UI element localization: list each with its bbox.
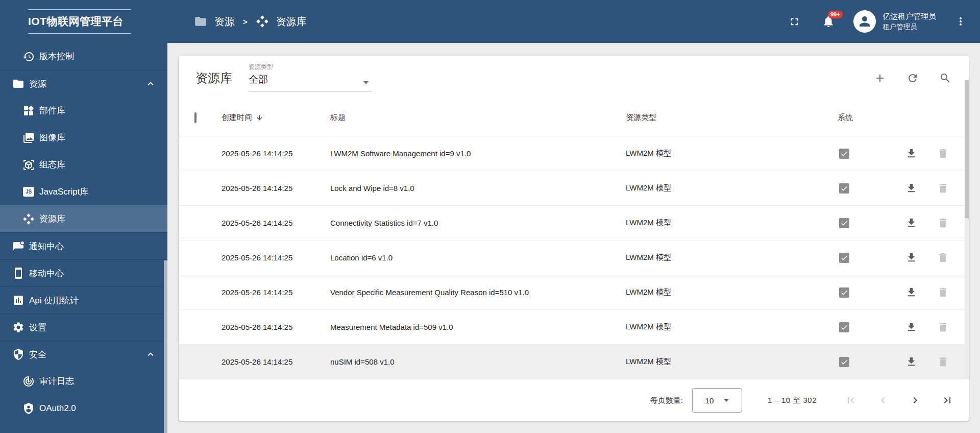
cell-created: 2025-05-26 14:14:25 [222, 149, 330, 158]
screen: IOT物联网管理平台 资源 > 资源库 99+ [0, 0, 980, 433]
sidebar: 版本控制 资源 部件库 图像库 组态库 JS JavaScript库 资源库 通… [0, 43, 167, 433]
per-page-select[interactable]: 10 [692, 388, 742, 413]
sidebar-item-version-control[interactable]: 版本控制 [0, 43, 167, 70]
next-page-button[interactable] [909, 394, 921, 406]
sidebar-item-notification-center[interactable]: 通知中心 [0, 232, 167, 259]
sidebar-item-label: 资源库 [39, 213, 65, 225]
last-page-button[interactable] [941, 394, 953, 406]
cube-icon [22, 159, 35, 171]
sidebar-item-label: 组态库 [39, 159, 65, 171]
sidebar-item-label: 图像库 [39, 132, 65, 143]
shield-person-icon [22, 402, 35, 415]
fullscreen-icon[interactable] [789, 16, 800, 28]
sort-desc-icon [256, 114, 263, 122]
table-row[interactable]: 2025-05-26 14:14:25 nuSIM id=508 v1.0 LW… [179, 345, 969, 379]
photo-library-icon [22, 132, 35, 144]
avatar[interactable] [853, 10, 876, 33]
table-row[interactable]: 2025-05-26 14:14:25 Lock and Wipe id=8 v… [179, 171, 969, 206]
table-scrollbar-thumb[interactable] [965, 80, 969, 218]
sidebar-item-label: 安全 [29, 349, 46, 360]
notification-badge: 99+ [828, 11, 843, 18]
download-button[interactable] [905, 356, 917, 368]
kebab-menu-icon[interactable] [954, 15, 967, 28]
chevron-up-icon [145, 78, 156, 89]
table-scrollbar-track[interactable] [965, 80, 969, 379]
main-content: 资源库 资源类型 全部 [167, 43, 980, 433]
sidebar-item-mobile-center[interactable]: 移动中心 [0, 259, 167, 286]
chevron-up-icon [145, 349, 156, 360]
download-button[interactable] [905, 286, 917, 298]
chevron-down-icon [363, 81, 369, 84]
delete-button[interactable] [937, 286, 949, 298]
track-changes-icon [22, 375, 35, 388]
sidebar-item-javascript-library[interactable]: JS JavaScript库 [0, 178, 167, 205]
system-checkbox [839, 183, 849, 194]
delete-button[interactable] [937, 217, 949, 229]
gear-icon [12, 321, 24, 333]
pagination-bar: 每页数量: 10 1 – 10 至 302 [179, 380, 969, 421]
table-row[interactable]: 2025-05-26 14:14:25 Vendor Specific Meas… [179, 275, 969, 310]
download-button[interactable] [905, 252, 917, 263]
column-header-title[interactable]: 标题 [330, 113, 626, 123]
select-all-checkbox[interactable] [194, 112, 197, 123]
cell-created: 2025-05-26 14:14:25 [222, 219, 330, 227]
sidebar-item-scada-library[interactable]: 组态库 [0, 151, 167, 178]
add-button[interactable] [874, 72, 886, 84]
sidebar-item-security[interactable]: 安全 [0, 341, 167, 368]
sidebar-item-widget-library[interactable]: 部件库 [0, 97, 167, 124]
system-checkbox [839, 357, 849, 367]
app-title: IOT物联网管理平台 [28, 9, 131, 34]
sidebar-item-label: JavaScript库 [39, 186, 88, 198]
table-row[interactable]: 2025-05-26 14:14:25 Connectivity Statist… [179, 206, 969, 240]
system-checkbox [839, 253, 849, 263]
cell-title: LWM2M Software Management id=9 v1.0 [330, 149, 626, 158]
chat-alert-icon [12, 240, 24, 252]
download-button[interactable] [905, 321, 917, 333]
delete-button[interactable] [937, 148, 949, 159]
sidebar-item-resource-library[interactable]: 资源库 [0, 205, 167, 232]
delete-button[interactable] [937, 321, 949, 333]
cell-type: LWM2M 模型 [626, 183, 838, 193]
column-header-created[interactable]: 创建时间 [222, 113, 330, 123]
table-row[interactable]: 2025-05-26 14:14:25 Location id=6 v1.0 L… [179, 240, 969, 275]
sidebar-scrollbar[interactable] [164, 260, 167, 433]
sidebar-item-oauth2[interactable]: OAuth2.0 [0, 395, 167, 422]
notifications-bell-icon[interactable]: 99+ [822, 15, 835, 28]
cell-type: LWM2M 模型 [626, 218, 838, 228]
column-header-system[interactable]: 系统 [838, 113, 894, 123]
column-header-type[interactable]: 资源类型 [626, 113, 838, 123]
breadcrumb-section[interactable]: 资源 [214, 15, 235, 29]
cell-title: Connectivity Statistics id=7 v1.0 [330, 219, 626, 227]
table-row[interactable]: 2025-05-26 14:14:25 LWM2M Software Manag… [179, 136, 969, 171]
download-button[interactable] [905, 217, 917, 229]
search-button[interactable] [939, 72, 951, 84]
user-name: 亿达租户管理员 [883, 11, 936, 22]
table-row[interactable]: 2025-05-26 14:14:25 Measurement Metadata… [179, 310, 969, 345]
refresh-button[interactable] [906, 72, 919, 84]
sidebar-item-audit-log[interactable]: 审计日志 [0, 368, 167, 395]
sidebar-item-settings[interactable]: 设置 [0, 314, 167, 341]
smartphone-icon [12, 267, 24, 279]
sidebar-item-label: 设置 [29, 322, 46, 333]
cell-created: 2025-05-26 14:14:25 [222, 253, 330, 262]
cell-title: Measurement Metadata id=509 v1.0 [330, 323, 626, 331]
breadcrumb: 资源 > 资源库 [194, 15, 307, 29]
sidebar-item-label: 部件库 [39, 105, 65, 116]
cell-title: nuSIM id=508 v1.0 [330, 357, 626, 366]
download-button[interactable] [905, 148, 917, 159]
delete-button[interactable] [937, 182, 949, 194]
user-role: 租户管理员 [883, 22, 936, 32]
first-page-button [845, 394, 857, 406]
delete-button[interactable] [937, 252, 949, 263]
cell-title: Lock and Wipe id=8 v1.0 [330, 184, 626, 193]
card-toolbar: 资源库 资源类型 全部 [179, 56, 969, 100]
delete-button[interactable] [937, 356, 949, 368]
bar-chart-icon [12, 294, 24, 306]
top-bar: IOT物联网管理平台 资源 > 资源库 99+ [0, 0, 980, 43]
cell-created: 2025-05-26 14:14:25 [222, 357, 330, 366]
sidebar-item-api-usage[interactable]: Api 使用统计 [0, 286, 167, 314]
download-button[interactable] [905, 182, 917, 194]
resource-type-select[interactable]: 资源类型 全部 [249, 63, 372, 91]
sidebar-item-resources[interactable]: 资源 [0, 70, 167, 97]
sidebar-item-image-library[interactable]: 图像库 [0, 124, 167, 151]
